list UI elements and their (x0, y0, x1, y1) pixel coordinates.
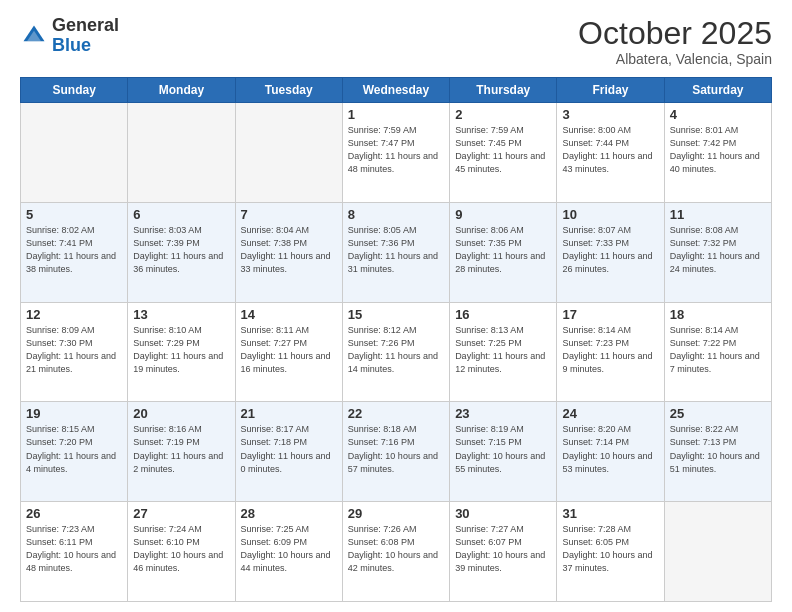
day-number: 26 (26, 506, 122, 521)
day-number: 22 (348, 406, 444, 421)
day-number: 10 (562, 207, 658, 222)
table-row: 5Sunrise: 8:02 AM Sunset: 7:41 PM Daylig… (21, 202, 128, 302)
day-info: Sunrise: 7:23 AM Sunset: 6:11 PM Dayligh… (26, 523, 122, 575)
day-info: Sunrise: 8:00 AM Sunset: 7:44 PM Dayligh… (562, 124, 658, 176)
day-info: Sunrise: 8:13 AM Sunset: 7:25 PM Dayligh… (455, 324, 551, 376)
day-number: 15 (348, 307, 444, 322)
day-info: Sunrise: 8:15 AM Sunset: 7:20 PM Dayligh… (26, 423, 122, 475)
weekday-header-row: Sunday Monday Tuesday Wednesday Thursday… (21, 78, 772, 103)
logo-text: General Blue (52, 16, 119, 56)
header-sunday: Sunday (21, 78, 128, 103)
location: Albatera, Valencia, Spain (578, 51, 772, 67)
page: General Blue October 2025 Albatera, Vale… (0, 0, 792, 612)
day-number: 23 (455, 406, 551, 421)
table-row: 27Sunrise: 7:24 AM Sunset: 6:10 PM Dayli… (128, 502, 235, 602)
day-number: 14 (241, 307, 337, 322)
day-info: Sunrise: 7:27 AM Sunset: 6:07 PM Dayligh… (455, 523, 551, 575)
table-row: 12Sunrise: 8:09 AM Sunset: 7:30 PM Dayli… (21, 302, 128, 402)
day-info: Sunrise: 8:16 AM Sunset: 7:19 PM Dayligh… (133, 423, 229, 475)
day-number: 25 (670, 406, 766, 421)
calendar-week-row: 19Sunrise: 8:15 AM Sunset: 7:20 PM Dayli… (21, 402, 772, 502)
table-row: 26Sunrise: 7:23 AM Sunset: 6:11 PM Dayli… (21, 502, 128, 602)
header-wednesday: Wednesday (342, 78, 449, 103)
day-number: 27 (133, 506, 229, 521)
logo: General Blue (20, 16, 119, 56)
day-info: Sunrise: 8:01 AM Sunset: 7:42 PM Dayligh… (670, 124, 766, 176)
day-number: 24 (562, 406, 658, 421)
table-row: 6Sunrise: 8:03 AM Sunset: 7:39 PM Daylig… (128, 202, 235, 302)
table-row: 4Sunrise: 8:01 AM Sunset: 7:42 PM Daylig… (664, 103, 771, 203)
day-number: 2 (455, 107, 551, 122)
table-row: 2Sunrise: 7:59 AM Sunset: 7:45 PM Daylig… (450, 103, 557, 203)
day-info: Sunrise: 8:14 AM Sunset: 7:22 PM Dayligh… (670, 324, 766, 376)
table-row: 20Sunrise: 8:16 AM Sunset: 7:19 PM Dayli… (128, 402, 235, 502)
day-info: Sunrise: 8:05 AM Sunset: 7:36 PM Dayligh… (348, 224, 444, 276)
table-row: 16Sunrise: 8:13 AM Sunset: 7:25 PM Dayli… (450, 302, 557, 402)
day-number: 29 (348, 506, 444, 521)
table-row: 15Sunrise: 8:12 AM Sunset: 7:26 PM Dayli… (342, 302, 449, 402)
day-number: 11 (670, 207, 766, 222)
table-row: 31Sunrise: 7:28 AM Sunset: 6:05 PM Dayli… (557, 502, 664, 602)
table-row: 22Sunrise: 8:18 AM Sunset: 7:16 PM Dayli… (342, 402, 449, 502)
table-row (664, 502, 771, 602)
table-row: 19Sunrise: 8:15 AM Sunset: 7:20 PM Dayli… (21, 402, 128, 502)
logo-blue: Blue (52, 35, 91, 55)
day-info: Sunrise: 7:25 AM Sunset: 6:09 PM Dayligh… (241, 523, 337, 575)
day-number: 31 (562, 506, 658, 521)
day-number: 9 (455, 207, 551, 222)
day-info: Sunrise: 8:18 AM Sunset: 7:16 PM Dayligh… (348, 423, 444, 475)
month-title: October 2025 (578, 16, 772, 51)
day-number: 16 (455, 307, 551, 322)
header-tuesday: Tuesday (235, 78, 342, 103)
day-number: 7 (241, 207, 337, 222)
calendar: Sunday Monday Tuesday Wednesday Thursday… (20, 77, 772, 602)
table-row: 23Sunrise: 8:19 AM Sunset: 7:15 PM Dayli… (450, 402, 557, 502)
calendar-week-row: 5Sunrise: 8:02 AM Sunset: 7:41 PM Daylig… (21, 202, 772, 302)
day-number: 17 (562, 307, 658, 322)
table-row: 17Sunrise: 8:14 AM Sunset: 7:23 PM Dayli… (557, 302, 664, 402)
day-info: Sunrise: 8:19 AM Sunset: 7:15 PM Dayligh… (455, 423, 551, 475)
day-number: 20 (133, 406, 229, 421)
day-info: Sunrise: 7:59 AM Sunset: 7:47 PM Dayligh… (348, 124, 444, 176)
table-row (235, 103, 342, 203)
header-thursday: Thursday (450, 78, 557, 103)
day-number: 4 (670, 107, 766, 122)
day-number: 13 (133, 307, 229, 322)
day-info: Sunrise: 8:12 AM Sunset: 7:26 PM Dayligh… (348, 324, 444, 376)
table-row: 29Sunrise: 7:26 AM Sunset: 6:08 PM Dayli… (342, 502, 449, 602)
table-row: 18Sunrise: 8:14 AM Sunset: 7:22 PM Dayli… (664, 302, 771, 402)
day-number: 18 (670, 307, 766, 322)
day-info: Sunrise: 8:09 AM Sunset: 7:30 PM Dayligh… (26, 324, 122, 376)
day-number: 12 (26, 307, 122, 322)
day-info: Sunrise: 8:03 AM Sunset: 7:39 PM Dayligh… (133, 224, 229, 276)
day-info: Sunrise: 8:22 AM Sunset: 7:13 PM Dayligh… (670, 423, 766, 475)
table-row: 24Sunrise: 8:20 AM Sunset: 7:14 PM Dayli… (557, 402, 664, 502)
day-number: 19 (26, 406, 122, 421)
day-number: 3 (562, 107, 658, 122)
day-info: Sunrise: 7:59 AM Sunset: 7:45 PM Dayligh… (455, 124, 551, 176)
table-row: 13Sunrise: 8:10 AM Sunset: 7:29 PM Dayli… (128, 302, 235, 402)
logo-general: General (52, 15, 119, 35)
logo-icon (20, 22, 48, 50)
table-row: 1Sunrise: 7:59 AM Sunset: 7:47 PM Daylig… (342, 103, 449, 203)
day-info: Sunrise: 8:08 AM Sunset: 7:32 PM Dayligh… (670, 224, 766, 276)
day-info: Sunrise: 7:24 AM Sunset: 6:10 PM Dayligh… (133, 523, 229, 575)
calendar-week-row: 26Sunrise: 7:23 AM Sunset: 6:11 PM Dayli… (21, 502, 772, 602)
table-row (21, 103, 128, 203)
table-row: 30Sunrise: 7:27 AM Sunset: 6:07 PM Dayli… (450, 502, 557, 602)
table-row: 8Sunrise: 8:05 AM Sunset: 7:36 PM Daylig… (342, 202, 449, 302)
day-number: 21 (241, 406, 337, 421)
table-row: 25Sunrise: 8:22 AM Sunset: 7:13 PM Dayli… (664, 402, 771, 502)
day-info: Sunrise: 8:17 AM Sunset: 7:18 PM Dayligh… (241, 423, 337, 475)
day-info: Sunrise: 8:10 AM Sunset: 7:29 PM Dayligh… (133, 324, 229, 376)
day-info: Sunrise: 8:06 AM Sunset: 7:35 PM Dayligh… (455, 224, 551, 276)
day-number: 28 (241, 506, 337, 521)
calendar-week-row: 12Sunrise: 8:09 AM Sunset: 7:30 PM Dayli… (21, 302, 772, 402)
header-friday: Friday (557, 78, 664, 103)
table-row: 10Sunrise: 8:07 AM Sunset: 7:33 PM Dayli… (557, 202, 664, 302)
day-info: Sunrise: 8:02 AM Sunset: 7:41 PM Dayligh… (26, 224, 122, 276)
table-row: 14Sunrise: 8:11 AM Sunset: 7:27 PM Dayli… (235, 302, 342, 402)
day-number: 1 (348, 107, 444, 122)
day-number: 5 (26, 207, 122, 222)
header-monday: Monday (128, 78, 235, 103)
